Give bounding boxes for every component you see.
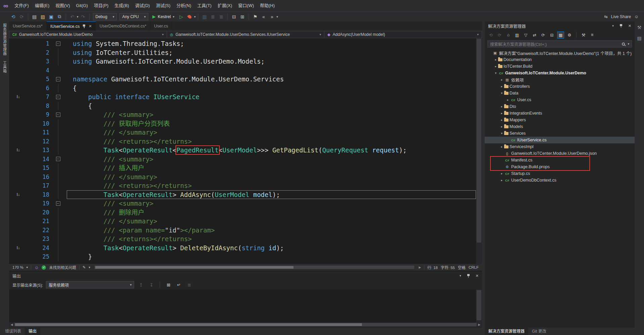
code-line[interactable]: 3using Ganweisoft.IoTCenter.Module.UserD… — [9, 57, 476, 66]
scrollbar-thumb[interactable] — [477, 290, 481, 320]
editor-vertical-scrollbar[interactable] — [476, 38, 482, 264]
breadcrumb-segment[interactable]: ◆AddAsync(UserModel model)▾ — [324, 31, 482, 38]
tree-collapsed-arrow-icon[interactable]: ▸ — [499, 172, 504, 175]
output-source-combo[interactable]: 服务依赖项 ▾ — [46, 281, 134, 288]
menu-item[interactable]: 分析(N) — [173, 0, 194, 11]
code-line[interactable]: I↓24 Task<OperateResult> DeleteByIdAsync… — [9, 244, 476, 253]
message-list-icon[interactable]: ≣ — [185, 281, 193, 288]
live-share-icon[interactable]: ⇆ — [604, 14, 607, 19]
reference-glyph-icon[interactable]: I↓ — [9, 92, 28, 102]
platform-combo[interactable]: Any CPU ▾ — [119, 13, 148, 20]
tree-item[interactable]: ▸Models — [485, 123, 635, 130]
output-content[interactable] — [9, 289, 476, 322]
code-text[interactable]: Task<OperateResult<PagedResult<UserModel… — [67, 146, 476, 155]
code-line[interactable]: 25 } — [9, 252, 476, 261]
tree-item[interactable]: ▾C#Ganweisoft.IoTCenter.Module.UserDemo — [485, 70, 635, 76]
tree-item[interactable]: ▣解决方案"Ganweisoft.IoTCenter.Module.UserDe… — [485, 50, 635, 56]
code-line[interactable]: I↓7− public interface IUserService — [9, 92, 476, 102]
code-text[interactable]: /// 删除用户 — [67, 208, 476, 217]
scrollbar-thumb[interactable] — [477, 39, 481, 243]
code-text[interactable]: /// </summary> — [67, 173, 476, 182]
save-all-icon[interactable]: ⧉ — [56, 13, 63, 21]
feedback-smiley-icon[interactable]: ☺ — [34, 265, 39, 270]
start-debugging-button[interactable]: ▶ Kestrel ▾ — [150, 14, 176, 19]
code-line[interactable]: 22 /// <param name="id"></param> — [9, 226, 476, 235]
editor-tab[interactable]: UserService.cs* — [9, 21, 47, 31]
editor-tab[interactable]: IUserService.cs✕ — [47, 21, 96, 31]
navigate-forward-icon[interactable]: ⟳ — [496, 31, 503, 39]
code-text[interactable]: /// <returns></returns> — [67, 137, 476, 146]
bottom-panel-tab[interactable]: 错误列表 — [1, 328, 25, 335]
window-menu-icon[interactable]: ▾ — [460, 274, 461, 277]
refresh-icon[interactable]: ⟳ — [540, 31, 547, 39]
tree-collapsed-arrow-icon[interactable]: ▸ — [499, 105, 504, 108]
performance-chart-icon[interactable]: ▥ — [201, 13, 208, 21]
glyph-margin[interactable] — [9, 57, 28, 66]
scroll-left-icon[interactable]: ◀ — [9, 323, 14, 326]
scrollbar-track[interactable] — [14, 323, 477, 326]
menu-item[interactable]: 项目(P) — [91, 0, 111, 11]
code-text[interactable]: { — [67, 84, 476, 93]
feedback-icon[interactable]: ☺ — [634, 14, 639, 19]
next-message-icon[interactable]: ↧ — [148, 281, 155, 288]
code-text[interactable]: using System.Threading.Tasks; — [67, 39, 476, 48]
sync-with-active-document-icon[interactable]: ⇄ — [531, 31, 538, 39]
navigate-back-icon[interactable]: ⟲ — [487, 31, 494, 39]
code-line[interactable]: 2using IoTCenter.Utilities; — [9, 48, 476, 57]
tree-collapsed-arrow-icon[interactable]: ▸ — [493, 65, 498, 68]
code-line[interactable]: 1−using System.Threading.Tasks; — [9, 39, 476, 48]
navigate-back-icon[interactable]: ⟲ — [9, 13, 17, 21]
indentation-indicator[interactable]: 空格 — [458, 265, 466, 270]
close-icon[interactable]: ✕ — [89, 24, 92, 28]
tree-item[interactable]: ▸Dto — [485, 103, 635, 110]
menu-item[interactable]: 扩展(X) — [215, 0, 235, 11]
fold-collapse-icon[interactable]: − — [56, 95, 60, 99]
tree-collapsed-arrow-icon[interactable]: ▸ — [499, 85, 504, 88]
bottom-panel-tab[interactable]: Git 更改 — [528, 328, 550, 335]
tree-item[interactable]: ▾Data — [485, 90, 635, 96]
code-text[interactable]: namespace Ganweisoft.IoTCenter.Module.Us… — [67, 75, 476, 84]
glyph-margin[interactable] — [9, 110, 28, 119]
solution-explorer-search-input[interactable]: 搜索解决方案资源管理器(Ctrl+;) ▾ — [487, 40, 632, 48]
reference-glyph-icon[interactable]: I↓ — [9, 146, 28, 155]
properties-gear-icon[interactable]: ⚙ — [566, 31, 573, 39]
fold-collapse-icon[interactable]: − — [56, 77, 60, 81]
code-line[interactable]: 4 — [9, 66, 476, 75]
code-line[interactable]: 19− /// <summary> — [9, 199, 476, 208]
glyph-margin[interactable] — [9, 199, 28, 208]
glyph-margin[interactable] — [9, 252, 28, 261]
word-wrap-icon[interactable]: ↵ — [175, 281, 182, 288]
tree-collapsed-arrow-icon[interactable]: ▸ — [505, 98, 510, 102]
scrollbar-thumb[interactable] — [95, 266, 293, 269]
code-line[interactable]: I↓18 Task<OperateResult> AddAsync(UserMo… — [9, 190, 476, 199]
tree-item[interactable]: ▸ServicesImpl — [485, 143, 635, 150]
menu-item[interactable]: 调试(D) — [132, 0, 153, 11]
debug-configuration-combo[interactable]: Debug ▾ — [93, 13, 117, 20]
code-line[interactable]: 23 /// <returns></returns> — [9, 234, 476, 244]
home-icon[interactable]: ⌂ — [505, 31, 512, 39]
glyph-margin[interactable] — [9, 163, 28, 173]
glyph-margin[interactable] — [9, 75, 28, 84]
glyph-margin[interactable] — [9, 217, 28, 226]
tools-icon[interactable]: ⚒ — [637, 25, 642, 30]
code-text[interactable]: /// 插入用户 — [67, 163, 476, 173]
outline-expand-icon[interactable]: ⊞ — [238, 13, 246, 21]
code-text[interactable]: /// <summary> — [67, 110, 476, 119]
tree-item[interactable]: ▸C#User.cs — [485, 96, 635, 103]
glyph-margin[interactable] — [9, 128, 28, 137]
code-line[interactable]: 10 /// 获取用户分页列表 — [9, 119, 476, 128]
code-text[interactable]: using IoTCenter.Utilities; — [67, 48, 476, 57]
menu-item[interactable]: 帮助(H) — [257, 0, 278, 11]
editor-tab[interactable]: User.cs — [150, 21, 172, 31]
tree-item[interactable]: ▸▦依赖项 — [485, 76, 635, 83]
tree-item[interactable]: C#IUserService.cs — [485, 137, 635, 143]
code-text[interactable]: /// <summary> — [67, 199, 476, 208]
editor-tab[interactable]: UserDemoDbContext.cs* — [96, 21, 151, 31]
left-dock-tab[interactable]: 服务器资源管理器 — [2, 23, 7, 56]
more-options-icon[interactable]: ≡ — [589, 31, 596, 39]
code-line[interactable]: 21 /// </summary> — [9, 217, 476, 226]
code-text[interactable] — [67, 66, 476, 75]
pin-icon[interactable] — [619, 24, 623, 28]
code-line[interactable]: 12 /// <returns></returns> — [9, 137, 476, 146]
fold-collapse-icon[interactable]: − — [56, 42, 60, 46]
